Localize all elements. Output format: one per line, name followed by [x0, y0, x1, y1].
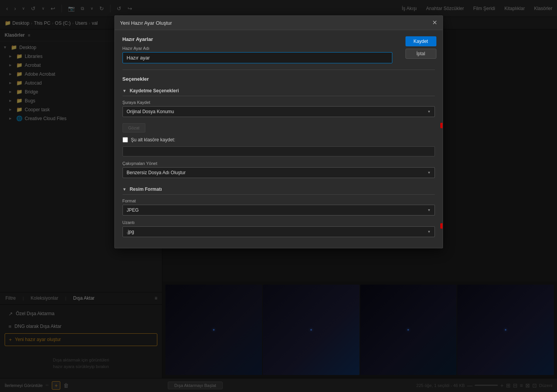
preset-section-title: Hazır Ayarlar: [123, 36, 435, 42]
modal-dialog: Yeni Hazır Ayar Oluştur ✕ Hazır Ayarlar …: [114, 15, 443, 248]
image-format-title: Resim Formatı: [129, 187, 162, 192]
save-to-select[interactable]: Orijinal Dosya KonumuBaşka Bir KonumMasa…: [123, 106, 435, 117]
image-format-arrow: ▼: [123, 187, 127, 192]
modal-actions: Kaydet İptal: [405, 36, 436, 59]
save-to-select-wrapper: Orijinal Dosya KonumuBaşka Bir KonumMasa…: [123, 106, 435, 117]
save-to-label: Şuraya Kaydet: [123, 100, 435, 105]
preset-name-label: Hazır Ayar Adı: [123, 46, 435, 51]
save-options-arrow: ▼: [123, 88, 127, 93]
extension-group: Uzantı .jpg.jpeg.JPG.JPEG: [123, 220, 435, 237]
conflict-label: Çakışmaları Yönet: [123, 161, 435, 166]
options-title: Seçenekler: [123, 76, 435, 82]
modal-header: Yeni Hazır Ayar Oluştur ✕: [115, 16, 443, 30]
subfolder-checkbox[interactable]: [123, 137, 128, 143]
preset-name-input[interactable]: [123, 52, 392, 63]
save-options-header[interactable]: ▼ Kaydetme Seçenekleri: [123, 86, 435, 96]
browse-button[interactable]: Gözat: [123, 123, 145, 132]
extension-label: Uzantı: [123, 220, 435, 225]
modal-content: Hazır Ayarlar Hazır Ayar Adı Seçenekler …: [115, 30, 443, 248]
subfolder-label: Şu alt klasöre kaydet:: [131, 137, 175, 143]
conflict-group: Çakışmaları Yönet Benzersiz Dosya Adı Ol…: [123, 161, 435, 178]
options-section: Seçenekler ▼ Kaydetme Seçenekleri Şuraya…: [123, 76, 435, 178]
subfolder-group: Şu alt klasöre kaydet:: [123, 137, 435, 156]
format-group: Format JPEGPNGTIFFPSD: [123, 199, 435, 216]
format-select-wrapper: JPEGPNGTIFFPSD: [123, 205, 435, 216]
divider-1: [123, 70, 435, 70]
modal-title: Yeni Hazır Ayar Oluştur: [120, 20, 172, 26]
modal-close-button[interactable]: ✕: [432, 20, 437, 26]
format-label: Format: [123, 199, 435, 203]
image-format-header[interactable]: ▼ Resim Formatı: [123, 184, 435, 195]
subfolder-checkbox-row: Şu alt klasöre kaydet:: [123, 137, 435, 143]
extension-select-wrapper: .jpg.jpeg.JPG.JPEG: [123, 226, 435, 237]
preset-section: Hazır Ayarlar Hazır Ayar Adı: [123, 36, 435, 63]
format-select[interactable]: JPEGPNGTIFFPSD: [123, 205, 435, 216]
scroll-marker-1: [440, 123, 443, 128]
save-to-group: Şuraya Kaydet Orijinal Dosya KonumuBaşka…: [123, 100, 435, 117]
image-format-section: ▼ Resim Formatı Format JPEGPNGTIFFPSD Uz…: [123, 184, 435, 237]
conflict-select-wrapper: Benzersiz Dosya Adı OluşturÜzerine YazAt…: [123, 167, 435, 178]
conflict-select[interactable]: Benzersiz Dosya Adı OluşturÜzerine YazAt…: [123, 167, 435, 178]
scroll-marker-2: [440, 223, 443, 229]
modal-overlay: Yeni Hazır Ayar Oluştur ✕ Hazır Ayarlar …: [0, 0, 557, 392]
extension-select[interactable]: .jpg.jpeg.JPG.JPEG: [123, 226, 435, 237]
subfolder-input[interactable]: [123, 146, 435, 156]
modal-body: Hazır Ayarlar Hazır Ayar Adı Seçenekler …: [115, 30, 443, 248]
save-options-title: Kaydetme Seçenekleri: [129, 88, 179, 93]
cancel-button[interactable]: İptal: [405, 49, 436, 59]
browse-group: Gözat: [123, 122, 435, 132]
save-button[interactable]: Kaydet: [405, 36, 436, 46]
